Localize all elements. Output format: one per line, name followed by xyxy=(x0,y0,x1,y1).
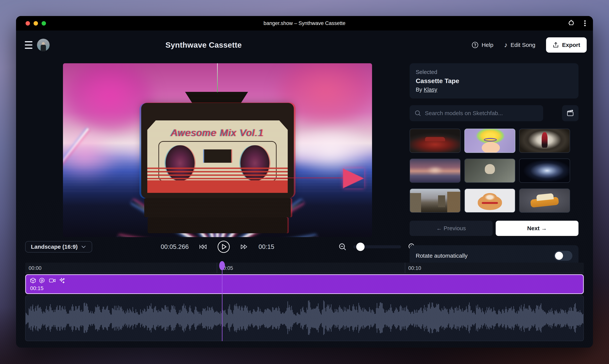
selected-model-card: Selected Cassette Tape By Klasy xyxy=(410,63,579,99)
total-time: 00:15 xyxy=(259,243,274,250)
desktop-wallpaper: banger.show – Synthwave Cassette Synthwa… xyxy=(0,0,609,364)
playhead-handle[interactable] xyxy=(219,261,225,270)
thumbnail-red-cloak-warrior[interactable] xyxy=(519,129,570,153)
thumbnail-red-sports-car[interactable] xyxy=(410,129,461,153)
my-clips-button[interactable] xyxy=(562,105,579,121)
avatar[interactable] xyxy=(37,39,50,51)
timeline: 00:00 00:05 00:10 xyxy=(25,263,584,341)
help-button[interactable]: Help xyxy=(472,41,493,48)
export-button[interactable]: Export xyxy=(546,37,587,52)
model-grid xyxy=(410,129,579,213)
window-title: banger.show – Synthwave Cassette xyxy=(263,20,345,26)
thumbnail-spiral-galaxy[interactable] xyxy=(519,158,570,183)
clapperboard-icon xyxy=(567,109,574,117)
selected-label: Selected xyxy=(416,69,572,75)
playhead-line xyxy=(222,270,222,341)
current-time: 00:05.266 xyxy=(161,243,189,250)
aspect-ratio-select[interactable]: Landscape (16:9) xyxy=(25,241,92,252)
search-icon xyxy=(415,110,421,117)
window-titlebar: banger.show – Synthwave Cassette xyxy=(16,16,593,30)
fast-forward-button[interactable] xyxy=(240,244,248,250)
zoom-slider-knob[interactable] xyxy=(356,243,365,251)
export-icon xyxy=(553,42,559,48)
help-icon xyxy=(472,41,479,48)
app-window: banger.show – Synthwave Cassette Synthwa… xyxy=(16,16,593,348)
clip-duration: 00:15 xyxy=(30,285,43,291)
menu-icon[interactable] xyxy=(25,41,32,49)
extensions-icon[interactable] xyxy=(567,19,575,27)
browser-menu-icon[interactable] xyxy=(584,19,586,27)
close-window-button[interactable] xyxy=(26,21,30,26)
edit-song-button[interactable]: ♪ Edit Song xyxy=(504,41,535,48)
thumbnail-skull[interactable] xyxy=(464,158,515,183)
zoom-out-icon[interactable] xyxy=(338,243,346,251)
playback-controls: Landscape (16:9) 00:05.266 xyxy=(16,239,410,254)
audio-waveform[interactable] xyxy=(25,295,584,341)
zoom-window-button[interactable] xyxy=(42,21,46,26)
chevron-down-icon xyxy=(81,244,86,250)
arrow-left-icon: ← xyxy=(436,225,442,231)
video-preview[interactable]: Awesome Mix Vol.1 xyxy=(63,63,372,237)
minimize-window-button[interactable] xyxy=(34,21,38,26)
rotate-setting-row: Rotate automatically xyxy=(410,245,579,263)
previous-button[interactable]: ← Previous xyxy=(410,221,493,236)
next-button[interactable]: Next → xyxy=(496,221,579,236)
thumbnail-cartoon-orange-car[interactable] xyxy=(519,188,570,213)
cube-icon xyxy=(30,277,36,284)
ruler-marker: 00:00 xyxy=(29,265,42,271)
selected-model-name: Cassette Tape xyxy=(416,77,572,85)
timeline-ruler[interactable]: 00:00 00:05 00:10 xyxy=(25,263,584,273)
timeline-zoom-slider[interactable] xyxy=(353,245,401,248)
rotate-label: Rotate automatically xyxy=(416,252,468,259)
arrow-right-icon: → xyxy=(541,225,547,231)
rotate-toggle[interactable] xyxy=(554,251,572,261)
author-link[interactable]: Klasy xyxy=(424,87,437,93)
thumbnail-shiba-inu-puppy[interactable] xyxy=(464,188,515,213)
sparkles-icon xyxy=(59,277,65,284)
video-camera-icon xyxy=(49,277,56,284)
play-button[interactable] xyxy=(217,241,230,253)
traffic-lights xyxy=(26,21,46,26)
zoom-in-icon[interactable] xyxy=(408,243,416,251)
search-box xyxy=(410,105,543,121)
page-title: Synthwave Cassette xyxy=(166,40,242,50)
model-sidebar: Selected Cassette Tape By Klasy xyxy=(410,63,579,263)
spiral-icon xyxy=(39,277,46,284)
ruler-marker: 00:10 xyxy=(408,265,421,271)
thumbnail-stormy-sky-figure[interactable] xyxy=(410,158,461,183)
thumbnail-old-city-street[interactable] xyxy=(410,188,461,213)
music-note-icon: ♪ xyxy=(504,41,508,48)
search-input[interactable] xyxy=(425,110,538,117)
scene-clip[interactable]: 00:15 xyxy=(25,274,584,294)
app-header: Synthwave Cassette Help ♪ Edit Song xyxy=(16,30,593,59)
rewind-button[interactable] xyxy=(199,244,207,250)
thumbnail-anime-girl-glasses[interactable] xyxy=(464,129,515,153)
